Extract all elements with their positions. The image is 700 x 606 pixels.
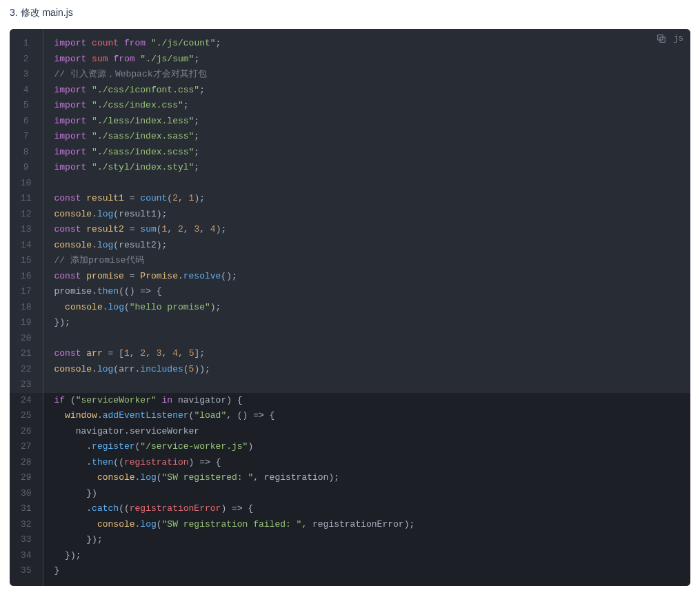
code-line: 32 console.log("SW registration failed: … <box>10 517 690 533</box>
code-line: 4import "./css/iconfont.css"; <box>10 83 690 99</box>
code-line: 19}); <box>10 315 690 331</box>
line-content: console.log("SW registration failed: ", … <box>43 517 690 533</box>
code-line: 1import count from "./js/count"; <box>10 29 690 52</box>
line-content: const arr = [1, 2, 3, 4, 5]; <box>43 346 690 362</box>
line-content: }); <box>43 548 690 564</box>
line-number: 2 <box>10 52 43 68</box>
code-toolbar: js <box>656 33 683 44</box>
line-content: console.log("SW registered: ", registrat… <box>43 470 690 486</box>
language-label: js <box>674 34 683 43</box>
line-number: 23 <box>10 377 43 393</box>
line-content: navigator.serviceWorker <box>43 424 690 440</box>
code-line: 9import "./styl/index.styl"; <box>10 160 690 176</box>
code-line: 14console.log(result2); <box>10 238 690 254</box>
code-line: 13const result2 = sum(1, 2, 3, 4); <box>10 222 690 238</box>
line-content: console.log(arr.includes(5)); <box>43 362 690 378</box>
line-content: const promise = Promise.resolve(); <box>43 269 690 285</box>
line-number: 9 <box>10 160 43 176</box>
code-line: 5import "./css/index.css"; <box>10 98 690 114</box>
line-content: import "./css/iconfont.css"; <box>43 83 690 99</box>
code-line: 22console.log(arr.includes(5)); <box>10 362 690 378</box>
line-content: console.log(result1); <box>43 207 690 223</box>
line-content: const result1 = count(2, 1); <box>43 191 690 207</box>
line-number: 22 <box>10 362 43 378</box>
line-content: }); <box>43 532 690 548</box>
line-number: 16 <box>10 269 43 285</box>
line-content <box>43 377 690 393</box>
line-number: 5 <box>10 98 43 114</box>
line-content: import "./sass/index.sass"; <box>43 129 690 145</box>
code-line: 25 window.addEventListener("load", () =>… <box>10 408 690 424</box>
line-content: // 添加promise代码 <box>43 253 690 269</box>
line-content: import count from "./js/count"; <box>43 29 690 52</box>
line-number: 24 <box>10 393 43 409</box>
code-line: 24if ("serviceWorker" in navigator) { <box>10 393 690 409</box>
line-content: const result2 = sum(1, 2, 3, 4); <box>43 222 690 238</box>
line-content: }) <box>43 486 690 502</box>
code-line: 30 }) <box>10 486 690 502</box>
line-content: }); <box>43 315 690 331</box>
line-content: import "./css/index.css"; <box>43 98 690 114</box>
code-line: 10 <box>10 176 690 192</box>
line-content: } <box>43 563 690 586</box>
code-line: 27 .register("/service-worker.js") <box>10 439 690 455</box>
line-content: window.addEventListener("load", () => { <box>43 408 690 424</box>
line-content <box>43 176 690 192</box>
code-line: 6import "./less/index.less"; <box>10 114 690 130</box>
line-number: 14 <box>10 238 43 254</box>
line-content: console.log("hello promise"); <box>43 300 690 316</box>
code-line: 29 console.log("SW registered: ", regist… <box>10 470 690 486</box>
code-line: 26 navigator.serviceWorker <box>10 424 690 440</box>
line-number: 19 <box>10 315 43 331</box>
code-line: 18 console.log("hello promise"); <box>10 300 690 316</box>
line-number: 29 <box>10 470 43 486</box>
code-line: 16const promise = Promise.resolve(); <box>10 269 690 285</box>
code-line: 33 }); <box>10 532 690 548</box>
line-content: if ("serviceWorker" in navigator) { <box>43 393 690 409</box>
line-content <box>43 331 690 347</box>
line-number: 8 <box>10 145 43 161</box>
line-number: 12 <box>10 207 43 223</box>
line-number: 15 <box>10 253 43 269</box>
line-number: 27 <box>10 439 43 455</box>
section-heading: 3. 修改 main.js <box>10 7 690 19</box>
line-number: 18 <box>10 300 43 316</box>
code-line: 21const arr = [1, 2, 3, 4, 5]; <box>10 346 690 362</box>
code-line: 11const result1 = count(2, 1); <box>10 191 690 207</box>
line-number: 13 <box>10 222 43 238</box>
line-number: 30 <box>10 486 43 502</box>
code-line: 2import sum from "./js/sum"; <box>10 52 690 68</box>
line-number: 32 <box>10 517 43 533</box>
line-content: import "./styl/index.styl"; <box>43 160 690 176</box>
line-content: // 引入资源，Webpack才会对其打包 <box>43 67 690 83</box>
line-number: 20 <box>10 331 43 347</box>
code-table: 1import count from "./js/count";2import … <box>10 29 690 586</box>
line-number: 21 <box>10 346 43 362</box>
line-number: 34 <box>10 548 43 564</box>
code-line: 23 <box>10 377 690 393</box>
code-line: 12console.log(result1); <box>10 207 690 223</box>
code-line: 34 }); <box>10 548 690 564</box>
line-number: 35 <box>10 563 43 586</box>
line-content: .then((registration) => { <box>43 455 690 471</box>
line-content: import sum from "./js/sum"; <box>43 52 690 68</box>
line-number: 26 <box>10 424 43 440</box>
code-line: 7import "./sass/index.sass"; <box>10 129 690 145</box>
code-line: 31 .catch((registrationError) => { <box>10 501 690 517</box>
line-content: promise.then(() => { <box>43 284 690 300</box>
line-content: import "./sass/index.scss"; <box>43 145 690 161</box>
code-line: 8import "./sass/index.scss"; <box>10 145 690 161</box>
line-number: 33 <box>10 532 43 548</box>
line-number: 28 <box>10 455 43 471</box>
line-number: 7 <box>10 129 43 145</box>
line-number: 3 <box>10 67 43 83</box>
line-number: 4 <box>10 83 43 99</box>
code-line: 15// 添加promise代码 <box>10 253 690 269</box>
line-content: .register("/service-worker.js") <box>43 439 690 455</box>
line-content: .catch((registrationError) => { <box>43 501 690 517</box>
page: 3. 修改 main.js js 1import count from "./j… <box>0 0 700 596</box>
code-line: 20 <box>10 331 690 347</box>
line-number: 10 <box>10 176 43 192</box>
line-number: 25 <box>10 408 43 424</box>
copy-icon[interactable] <box>656 33 667 44</box>
